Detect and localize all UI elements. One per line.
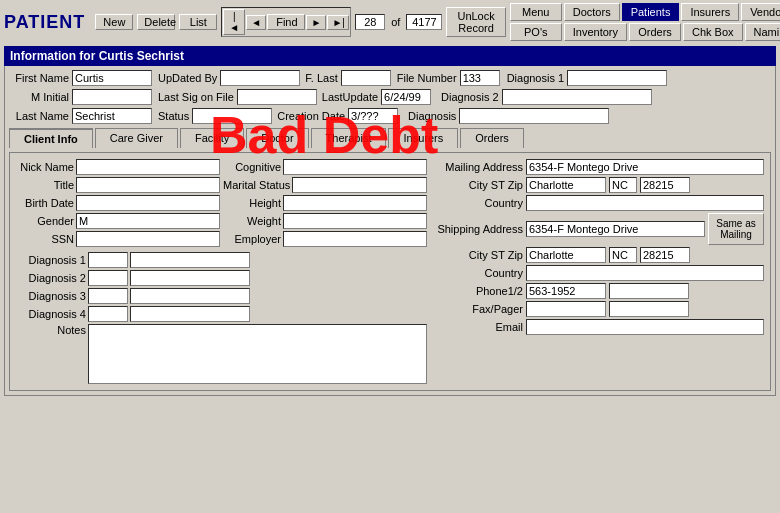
- fax1-input[interactable]: [526, 301, 606, 317]
- same-as-mailing-button[interactable]: Same as Mailing: [708, 213, 764, 245]
- last-name-input[interactable]: [72, 108, 152, 124]
- diag2-label: Diagnosis 2: [16, 272, 86, 284]
- marital-status-input[interactable]: [292, 177, 427, 193]
- unlock-record-button[interactable]: UnLock Record: [446, 7, 505, 37]
- prev-record-button[interactable]: ◄: [246, 15, 266, 30]
- shipping-country-input[interactable]: [526, 265, 764, 281]
- creation-date-label: Creation Date: [277, 110, 345, 122]
- notes-container: Notes: [16, 324, 427, 384]
- patient-fields-row1: First Name UpDated By F. Last File Numbe…: [9, 70, 771, 86]
- diag3-desc-input[interactable]: [130, 288, 250, 304]
- diag3-code-input[interactable]: [88, 288, 128, 304]
- f-last-input[interactable]: [341, 70, 391, 86]
- diag1-code-input[interactable]: [88, 252, 128, 268]
- chkbox-button[interactable]: Chk Box: [683, 23, 743, 41]
- shipping-city-input[interactable]: [526, 247, 606, 263]
- delete-button[interactable]: Delete: [137, 14, 175, 30]
- mailing-state-input[interactable]: [609, 177, 637, 193]
- gender-label: Gender: [16, 215, 74, 227]
- list-button[interactable]: List: [179, 14, 217, 30]
- tab-therapist[interactable]: Therapist: [311, 128, 387, 148]
- vendors-button[interactable]: Vendors: [741, 3, 780, 21]
- record-number-input[interactable]: [355, 14, 385, 30]
- ssn-input[interactable]: [76, 231, 220, 247]
- nav-row-2: PO's Inventory Orders Chk Box Naming Ter…: [510, 23, 780, 41]
- creation-date-input[interactable]: [348, 108, 398, 124]
- tab-doctor[interactable]: Doctor: [246, 128, 308, 148]
- weight-label: Weight: [223, 215, 281, 227]
- shipping-country-row: Country: [433, 265, 764, 281]
- gender-input[interactable]: [76, 213, 220, 229]
- first-name-input[interactable]: [72, 70, 152, 86]
- inventory-button[interactable]: Inventory: [564, 23, 627, 41]
- mailing-city-row: City ST Zip: [433, 177, 764, 193]
- mailing-city-input[interactable]: [526, 177, 606, 193]
- tab-orders[interactable]: Orders: [460, 128, 524, 148]
- shipping-address-label: Shipping Address: [433, 223, 523, 235]
- diagnosis3-input[interactable]: [459, 108, 609, 124]
- app-title: PATIENT: [4, 12, 85, 33]
- insurers-button[interactable]: Insurers: [681, 3, 739, 21]
- last-record-button[interactable]: ►|: [327, 15, 349, 30]
- title-input[interactable]: [76, 177, 220, 193]
- patient-fields-row3: Last Name Status Creation Date Diagnosis: [9, 108, 771, 124]
- tab-facility[interactable]: Facility: [180, 128, 244, 148]
- find-button[interactable]: Find: [267, 14, 305, 30]
- diag1-row: Diagnosis 1: [16, 252, 427, 268]
- employer-input[interactable]: [283, 231, 427, 247]
- height-input[interactable]: [283, 195, 427, 211]
- tab-insurers[interactable]: Insurers: [388, 128, 458, 148]
- shipping-state-input[interactable]: [609, 247, 637, 263]
- nick-name-input[interactable]: [76, 159, 220, 175]
- phone2-input[interactable]: [609, 283, 689, 299]
- mailing-zip-input[interactable]: [640, 177, 690, 193]
- diag1-desc-input[interactable]: [130, 252, 250, 268]
- first-record-button[interactable]: |◄: [223, 9, 245, 35]
- tab-client-info[interactable]: Client Info: [9, 128, 93, 148]
- menu-button[interactable]: Menu: [510, 3, 562, 21]
- record-total-input[interactable]: [406, 14, 442, 30]
- orders-button[interactable]: Orders: [629, 23, 681, 41]
- diagnosis2-input[interactable]: [502, 89, 652, 105]
- diagnosis1-input[interactable]: [567, 70, 667, 86]
- file-number-label: File Number: [397, 72, 457, 84]
- diag4-desc-input[interactable]: [130, 306, 250, 322]
- mailing-country-input[interactable]: [526, 195, 764, 211]
- fax-row: Fax/Pager: [433, 301, 764, 317]
- phone1-input[interactable]: [526, 283, 606, 299]
- status-input[interactable]: [192, 108, 272, 124]
- file-number-input[interactable]: [460, 70, 500, 86]
- naming-button[interactable]: Naming: [745, 23, 780, 41]
- shipping-row: Shipping Address Same as Mailing: [433, 213, 764, 245]
- new-button[interactable]: New: [95, 14, 133, 30]
- patients-button[interactable]: Patients: [622, 3, 680, 21]
- birth-date-input[interactable]: [76, 195, 220, 211]
- diag4-code-input[interactable]: [88, 306, 128, 322]
- updated-by-label: UpDated By: [158, 72, 217, 84]
- last-update-input[interactable]: [381, 89, 431, 105]
- fax2-input[interactable]: [609, 301, 689, 317]
- shipping-address-input[interactable]: [526, 221, 705, 237]
- shipping-zip-input[interactable]: [640, 247, 690, 263]
- diag3-label: Diagnosis 3: [16, 290, 86, 302]
- next-record-button[interactable]: ►: [306, 15, 326, 30]
- ssn-label: SSN: [16, 233, 74, 245]
- diag2-desc-input[interactable]: [130, 270, 250, 286]
- diag4-label: Diagnosis 4: [16, 308, 86, 320]
- last-sig-input[interactable]: [237, 89, 317, 105]
- tab-care-giver[interactable]: Care Giver: [95, 128, 178, 148]
- updated-by-input[interactable]: [220, 70, 300, 86]
- cognitive-input[interactable]: [283, 159, 427, 175]
- weight-input[interactable]: [283, 213, 427, 229]
- m-initial-input[interactable]: [72, 89, 152, 105]
- pos-button[interactable]: PO's: [510, 23, 562, 41]
- title-label: Title: [16, 179, 74, 191]
- employer-row: Employer: [223, 231, 427, 247]
- doctors-button[interactable]: Doctors: [564, 3, 620, 21]
- email-input[interactable]: [526, 319, 764, 335]
- diag2-code-input[interactable]: [88, 270, 128, 286]
- city-st-zip-label: City ST Zip: [433, 179, 523, 191]
- notes-textarea[interactable]: [88, 324, 427, 384]
- birth-date-label: Birth Date: [16, 197, 74, 209]
- mailing-address-input[interactable]: [526, 159, 764, 175]
